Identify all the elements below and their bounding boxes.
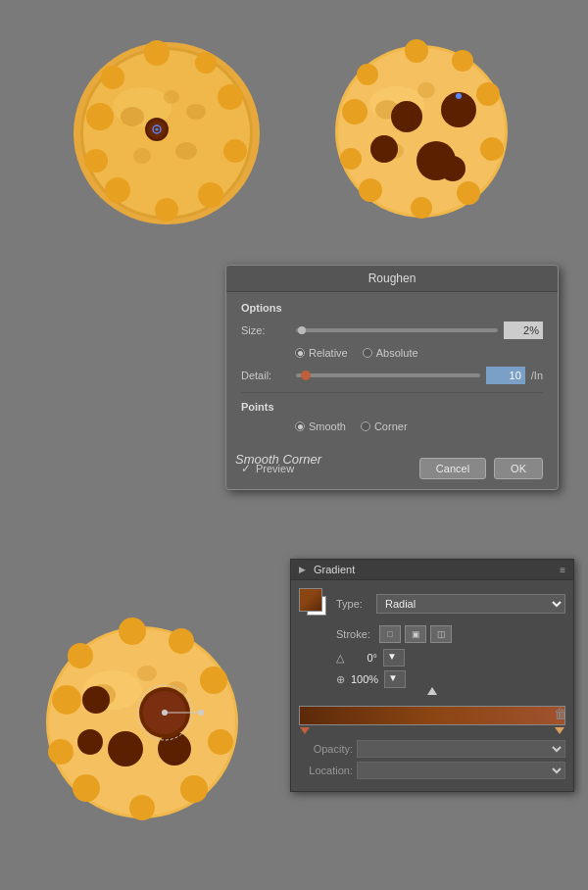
- relative-label: Relative: [309, 347, 348, 359]
- svg-point-52: [169, 628, 194, 654]
- svg-point-16: [195, 52, 217, 74]
- svg-point-58: [48, 739, 74, 765]
- bottom-left-cookie: [0, 549, 284, 890]
- svg-point-51: [119, 618, 146, 645]
- gradient-panel-titlebar: ▶ Gradient ≡: [291, 560, 573, 580]
- detail-value-input[interactable]: [486, 367, 525, 384]
- svg-point-43: [370, 135, 398, 163]
- gradient-panel: ▶ Gradient ≡ Type: Radial Linear Stroke:…: [290, 559, 574, 792]
- angle-dropdown[interactable]: ▼: [383, 649, 405, 667]
- angle-icon: △: [336, 652, 344, 665]
- panel-arrow-icon: ▶: [299, 565, 306, 574]
- stroke-row: Stroke: □ ▣ ◫: [299, 625, 565, 643]
- stroke-btn-3[interactable]: ◫: [430, 625, 452, 643]
- dialog-title-text: Roughen: [368, 272, 416, 285]
- detail-slider[interactable]: [296, 373, 480, 377]
- smooth-label: Smooth: [309, 420, 346, 432]
- svg-point-65: [77, 729, 103, 755]
- gradient-panel-body: Type: Radial Linear Stroke: □ ▣ ◫ △ 0° ▼…: [291, 580, 573, 791]
- smooth-radio-circle: [295, 421, 305, 431]
- svg-point-11: [133, 148, 151, 164]
- type-row: Type: Radial Linear: [299, 588, 565, 619]
- absolute-radio-circle: [363, 348, 372, 358]
- svg-point-45: [456, 93, 462, 99]
- location-row: Location:: [299, 762, 565, 779]
- corner-radio[interactable]: Corner: [361, 420, 408, 432]
- smooth-radio[interactable]: Smooth: [295, 420, 346, 432]
- svg-point-14: [101, 66, 124, 89]
- svg-point-63: [108, 731, 143, 766]
- svg-point-62: [82, 686, 110, 714]
- svg-point-53: [200, 667, 227, 694]
- corner-label: Corner: [374, 420, 408, 432]
- detail-row: Detail: /In: [241, 367, 543, 384]
- svg-point-32: [457, 181, 480, 205]
- location-label: Location:: [299, 765, 353, 776]
- size-value-input[interactable]: [504, 321, 543, 339]
- svg-point-26: [342, 99, 368, 124]
- svg-point-44: [440, 156, 466, 181]
- button-row: Cancel OK: [419, 458, 543, 479]
- cookie-left: [59, 24, 274, 242]
- svg-point-35: [340, 148, 362, 170]
- svg-point-30: [476, 82, 500, 106]
- gradient-swatch-stack[interactable]: [299, 588, 330, 619]
- angle-row: △ 0° ▼: [299, 649, 565, 667]
- svg-point-29: [452, 50, 473, 72]
- svg-point-9: [186, 104, 206, 120]
- points-row: Smooth Corner: [295, 420, 543, 432]
- location-dropdown[interactable]: [357, 762, 565, 779]
- relative-absolute-row: Relative Absolute: [295, 347, 543, 359]
- svg-point-40: [391, 101, 422, 132]
- stroke-btn-2[interactable]: ▣: [405, 625, 426, 643]
- svg-point-15: [144, 40, 170, 66]
- panel-title-left: ▶ Gradient: [299, 564, 355, 575]
- svg-point-55: [180, 775, 208, 803]
- options-label: Options: [241, 302, 543, 314]
- gradient-stops: [299, 727, 565, 734]
- gradient-panel-title: Gradient: [314, 564, 355, 575]
- detail-label: Detail:: [241, 370, 290, 381]
- svg-point-20: [155, 198, 178, 222]
- svg-point-38: [417, 82, 435, 98]
- svg-point-49: [52, 685, 81, 715]
- gradient-bar[interactable]: [299, 706, 565, 725]
- delete-stop-icon[interactable]: 🗑: [554, 706, 567, 721]
- svg-point-7: [156, 127, 159, 130]
- gradient-midpoint-diamond[interactable]: [427, 687, 437, 695]
- size-slider[interactable]: [296, 328, 498, 332]
- type-dropdown[interactable]: Radial Linear: [376, 594, 565, 614]
- relative-radio-circle: [295, 348, 305, 358]
- opacity-row: Opacity:: [299, 740, 565, 758]
- svg-point-13: [86, 103, 114, 130]
- svg-point-27: [357, 64, 378, 85]
- svg-point-12: [164, 90, 179, 104]
- scale-row: ⊕ 100% ▼: [299, 670, 565, 688]
- absolute-label: Absolute: [376, 347, 418, 359]
- relative-radio[interactable]: Relative: [295, 347, 348, 359]
- opacity-dropdown[interactable]: [357, 740, 565, 758]
- absolute-radio[interactable]: Absolute: [363, 347, 418, 359]
- cancel-button[interactable]: Cancel: [419, 458, 486, 479]
- stroke-btn-1[interactable]: □: [379, 625, 401, 643]
- smooth-corner-text: Smooth Corner: [235, 452, 321, 467]
- top-section: [0, 0, 588, 265]
- size-row: Size:: [241, 321, 543, 339]
- scale-value: 100%: [351, 673, 378, 685]
- gradient-stop-left[interactable]: [300, 727, 310, 734]
- gradient-stop-right[interactable]: [555, 727, 564, 734]
- opacity-label: Opacity:: [299, 743, 353, 755]
- corner-radio-circle: [361, 421, 370, 431]
- svg-point-61: [137, 666, 157, 681]
- scale-dropdown[interactable]: ▼: [384, 670, 406, 688]
- svg-point-28: [405, 39, 428, 63]
- svg-point-71: [198, 710, 204, 716]
- panel-menu-icon[interactable]: ≡: [560, 565, 565, 575]
- svg-point-21: [105, 177, 130, 203]
- svg-point-8: [121, 107, 144, 126]
- svg-point-54: [208, 729, 233, 755]
- ok-button[interactable]: OK: [494, 458, 543, 479]
- svg-point-22: [84, 149, 108, 173]
- svg-point-33: [411, 197, 432, 219]
- svg-point-10: [175, 142, 197, 160]
